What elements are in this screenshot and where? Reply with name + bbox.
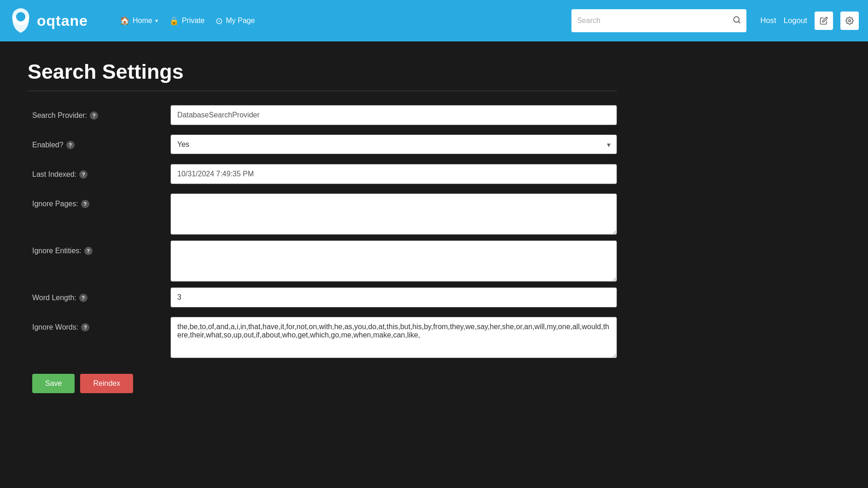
ignore-entities-control — [170, 240, 617, 284]
ignore-pages-row: Ignore Pages: ? — [28, 193, 617, 237]
mypage-icon: ⊙ — [216, 16, 223, 26]
word-length-label: Word Length: ? — [28, 287, 170, 302]
home-icon: 🏠 — [120, 16, 130, 26]
edit-button[interactable] — [815, 12, 833, 30]
logout-link[interactable]: Logout — [784, 16, 807, 25]
last-indexed-row: Last Indexed: ? — [28, 164, 617, 190]
lock-icon: 🔒 — [169, 16, 179, 26]
word-length-input[interactable] — [170, 287, 617, 308]
ignore-entities-label: Ignore Entities: ? — [28, 240, 170, 255]
gear-icon — [845, 17, 854, 25]
enabled-control: Yes No ▾ — [170, 134, 617, 154]
enabled-select[interactable]: Yes No — [170, 134, 617, 154]
svg-point-4 — [849, 20, 851, 22]
ignore-pages-label: Ignore Pages: ? — [28, 193, 170, 208]
ignore-pages-help-icon[interactable]: ? — [81, 200, 89, 208]
enabled-help-icon[interactable]: ? — [66, 141, 75, 149]
svg-point-1 — [16, 12, 25, 21]
nav-mypage-label: My Page — [226, 17, 255, 25]
save-button[interactable]: Save — [32, 374, 75, 393]
ignore-words-help-icon[interactable]: ? — [81, 323, 89, 331]
search-provider-input[interactable] — [170, 105, 617, 125]
ignore-entities-textarea[interactable] — [170, 240, 617, 282]
enabled-row: Enabled? ? Yes No ▾ — [28, 134, 617, 160]
last-indexed-control — [170, 164, 617, 184]
nav-private-label: Private — [182, 17, 205, 25]
svg-line-3 — [739, 21, 740, 23]
reindex-button[interactable]: Reindex — [80, 374, 133, 393]
word-length-control — [170, 287, 617, 308]
last-indexed-help-icon[interactable]: ? — [79, 170, 87, 179]
ignore-entities-row: Ignore Entities: ? — [28, 240, 617, 284]
settings-button[interactable] — [840, 12, 859, 30]
ignore-words-row: Ignore Words: ? — [28, 317, 617, 360]
search-provider-row: Search Provider: ? — [28, 105, 617, 131]
word-length-row: Word Length: ? — [28, 287, 617, 313]
word-length-help-icon[interactable]: ? — [79, 294, 87, 302]
nav-mypage[interactable]: ⊙ My Page — [216, 16, 255, 26]
main-content: Search Settings Search Provider: ? Enabl… — [0, 41, 645, 412]
nav-home[interactable]: 🏠 Home ▾ — [120, 16, 158, 26]
nav-home-label: Home — [133, 17, 152, 25]
header-actions: Host Logout — [760, 12, 859, 30]
ignore-words-textarea[interactable] — [170, 317, 617, 358]
nav-private[interactable]: 🔒 Private — [169, 16, 205, 26]
ignore-words-label: Ignore Words: ? — [28, 317, 170, 331]
search-submit-button[interactable] — [733, 16, 741, 26]
logo-text: oqtane — [37, 12, 88, 29]
dropdown-arrow: ▾ — [155, 17, 158, 24]
search-input[interactable] — [577, 17, 729, 25]
button-row: Save Reindex — [28, 374, 617, 393]
search-provider-control — [170, 105, 617, 125]
ignore-entities-help-icon[interactable]: ? — [84, 247, 93, 255]
main-header: oqtane 🏠 Home ▾ 🔒 Private ⊙ My Page Host… — [0, 0, 868, 41]
main-nav: 🏠 Home ▾ 🔒 Private ⊙ My Page — [120, 16, 562, 26]
last-indexed-input[interactable] — [170, 164, 617, 184]
logo-icon — [9, 8, 32, 34]
ignore-pages-control — [170, 193, 617, 237]
enabled-label: Enabled? ? — [28, 134, 170, 149]
last-indexed-label: Last Indexed: ? — [28, 164, 170, 179]
logo[interactable]: oqtane — [9, 8, 111, 34]
search-bar — [571, 9, 746, 32]
page-title: Search Settings — [28, 60, 617, 91]
ignore-words-control — [170, 317, 617, 360]
search-provider-label: Search Provider: ? — [28, 105, 170, 120]
host-link[interactable]: Host — [760, 16, 776, 25]
search-icon — [733, 16, 741, 24]
enabled-select-wrapper: Yes No ▾ — [170, 134, 617, 154]
search-provider-help-icon[interactable]: ? — [90, 111, 98, 120]
ignore-pages-textarea[interactable] — [170, 193, 617, 235]
pencil-icon — [820, 17, 828, 25]
